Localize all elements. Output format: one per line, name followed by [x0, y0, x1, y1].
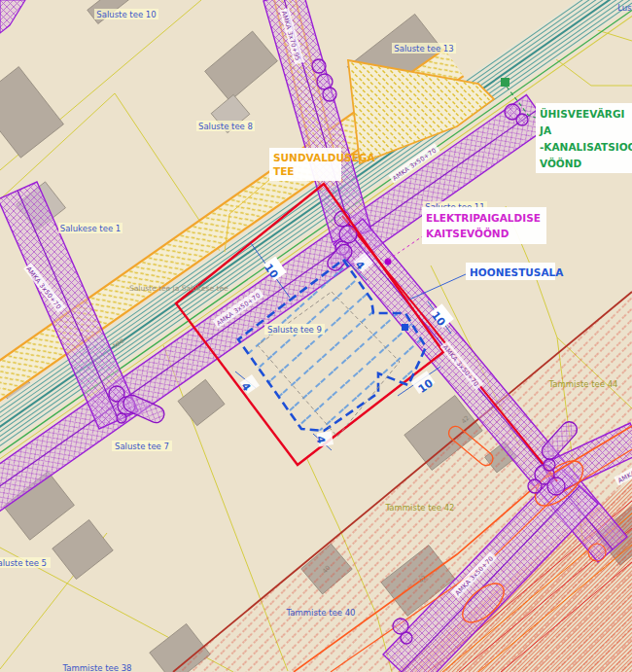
parcel-label: Tammiste tee 44	[548, 379, 618, 389]
connection-point-purple	[385, 259, 392, 265]
parcel-label: Saluste tee 5	[0, 558, 47, 568]
yhisveevark-label-line4: VÖÖND	[540, 157, 582, 169]
road-name: Saluste tee ja Salukese tee	[129, 284, 228, 293]
connection-point-blue	[402, 324, 408, 331]
yhisveevark-label-line2: JA	[539, 124, 552, 136]
parcel-label: Lust	[617, 3, 632, 13]
yhisveevark-label-line1: ÜHISVEEVÄRGI	[540, 107, 624, 120]
parcel-label: Saluste tee 10	[96, 10, 156, 19]
map-canvas: AMKA 3x50+70 AMKA 3x50+70 AMKA 3x70+95 A…	[0, 0, 632, 672]
elektripaigaldise-label-line2: KAITSEVÖÖND	[426, 227, 509, 239]
hoonestusala-label: HOONESTUSALA	[470, 266, 564, 278]
parcel-label: Saluste tee 8	[198, 122, 253, 131]
parcel-label: Saluste tee 13	[394, 44, 453, 53]
parcel-label: Tammiste tee 42	[385, 503, 455, 513]
planning-map: AMKA 3x50+70 AMKA 3x50+70 AMKA 3x70+95 A…	[0, 0, 632, 672]
sundvaldusega-label-line1: SUNDVALDUSEGA	[273, 152, 375, 163]
parcel-label: Salukese tee 1	[60, 224, 121, 233]
parcel-label: Tammiste tee 38	[62, 663, 132, 672]
yhisveevark-label-line3: -KANALISATSIOONI	[540, 141, 632, 153]
parcel-label: Saluste tee 9	[267, 325, 322, 335]
elektripaigaldise-label-line1: ELEKTRIPAIGALDISE	[426, 212, 541, 224]
water-point-icon	[501, 78, 509, 87]
parcel-label: Saluste tee 7	[115, 442, 169, 451]
parcel-label: Tammiste tee 40	[286, 608, 356, 618]
sundvaldusega-label-line2: TEE	[273, 165, 295, 177]
